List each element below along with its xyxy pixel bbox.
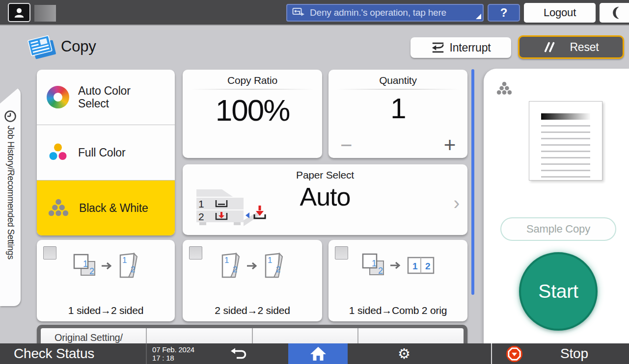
home-button[interactable]: [288, 343, 348, 364]
settings-button[interactable]: ⚙: [389, 343, 419, 364]
interrupt-icon: [431, 41, 445, 54]
check-status-button[interactable]: Check Status: [14, 343, 94, 364]
color-mode-black-white[interactable]: Black & White: [37, 181, 175, 235]
paper-select-label: Paper Select: [183, 164, 467, 181]
duplex-option-2sided-2sided[interactable]: 1 2 1 2 2 sided→2 sided: [183, 240, 322, 321]
logout-button[interactable]: Logout: [524, 3, 596, 23]
duplex-option-label: 2 sided→2 sided: [183, 305, 322, 316]
job-preview-panel: Sample Copy Start: [484, 69, 629, 343]
two-sided-page-icon: 1 2: [263, 253, 285, 279]
job-history-tab-label: Job History/Recommended Settings: [5, 126, 16, 260]
svg-text:1: 1: [412, 261, 418, 271]
paper-tray-icon: 1 2: [191, 183, 269, 230]
vertical-scrollbar[interactable]: [471, 69, 474, 295]
home-icon: [310, 346, 327, 362]
svg-text:1: 1: [198, 198, 204, 209]
interrupt-button[interactable]: Interrupt: [410, 37, 511, 58]
deny-admin-banner[interactable]: Deny admin.'s operation, tap here: [286, 4, 484, 22]
svg-text:1: 1: [372, 259, 377, 268]
quantity-minus-button[interactable]: −: [340, 133, 352, 157]
one-sided-pages-icon: 2 1: [73, 253, 96, 279]
tab-corner-cut: [0, 87, 20, 104]
auto-color-label: Auto Color Select: [78, 84, 152, 110]
full-color-label: Full Color: [78, 146, 125, 159]
duplex-icon-group: 2 1 1 2: [37, 253, 175, 279]
two-sided-page-icon: 1 2: [220, 253, 242, 279]
color-mode-auto[interactable]: Auto Color Select: [37, 70, 175, 125]
duplex-option-label: 1 sided→Comb 2 orig: [328, 305, 467, 316]
stop-icon: [506, 345, 523, 363]
duplex-option-1sided-2sided[interactable]: 2 1 1 2 1 sided→2 sided: [37, 240, 175, 321]
quantity-value: 1: [328, 92, 467, 125]
black-white-label: Black & White: [79, 202, 148, 214]
two-sided-page-icon: 1 2: [118, 253, 139, 279]
auto-color-icon: [42, 81, 74, 113]
arrow-right-icon: [389, 260, 402, 270]
help-label: ?: [500, 6, 507, 20]
deny-banner-label: Deny admin.'s operation, tap here: [310, 7, 446, 18]
time-label: 17 : 18: [152, 354, 194, 362]
arrow-right-icon: [101, 261, 113, 271]
copy-app-icon: [26, 33, 56, 60]
copy-ratio-label: Copy Ratio: [183, 70, 322, 86]
svg-text:1: 1: [224, 256, 229, 265]
divider: [491, 343, 492, 364]
remote-operation-icon: [292, 7, 305, 18]
svg-text:2: 2: [233, 265, 237, 274]
sample-copy-button[interactable]: Sample Copy: [500, 217, 616, 241]
back-arrow-icon: [230, 347, 248, 361]
reset-label: Reset: [570, 41, 599, 54]
page-title: Copy: [61, 38, 96, 55]
gear-icon: ⚙: [398, 345, 410, 362]
black-white-icon: [47, 198, 70, 218]
quantity-card[interactable]: Quantity 1 − +: [328, 70, 467, 158]
top-bar: Deny admin.'s operation, tap here ? Logo…: [0, 0, 629, 26]
help-button[interactable]: ?: [488, 4, 520, 22]
color-mode-full-color[interactable]: Full Color: [37, 125, 175, 181]
moon-icon: [610, 5, 625, 20]
combine-two-pages-icon: 1 2: [407, 255, 435, 276]
reset-button[interactable]: Reset: [518, 35, 624, 59]
arrow-right-icon: [246, 261, 259, 271]
energy-saver-button[interactable]: [600, 3, 629, 23]
datetime-display: 07 Feb. 2024 17 : 18: [152, 345, 194, 363]
svg-text:1: 1: [268, 256, 272, 265]
svg-text:2: 2: [89, 266, 94, 276]
quantity-plus-button[interactable]: +: [444, 133, 456, 157]
svg-text:2: 2: [131, 265, 135, 274]
start-label: Start: [538, 281, 578, 302]
one-sided-pages-icon: 2 1: [361, 253, 385, 278]
paper-select-card[interactable]: Paper Select Auto › 1 2: [183, 164, 467, 235]
svg-text:1: 1: [83, 259, 88, 269]
date-label: 07 Feb. 2024: [152, 345, 194, 354]
logout-label: Logout: [544, 6, 576, 19]
sample-copy-label: Sample Copy: [526, 223, 590, 235]
back-button[interactable]: [230, 347, 249, 362]
svg-text:2: 2: [198, 211, 204, 222]
full-color-icon: [47, 143, 69, 162]
divider: [191, 89, 314, 90]
duplex-icon-group: 2 1 1 2: [328, 253, 467, 278]
reset-slashes-icon: [543, 41, 557, 53]
svg-text:2: 2: [378, 266, 383, 276]
chevron-right-icon: ›: [454, 193, 460, 214]
person-icon: [13, 6, 26, 19]
duplex-option-label: 1 sided→2 sided: [37, 305, 175, 316]
copy-ratio-card[interactable]: Copy Ratio 100%: [183, 70, 322, 158]
document-preview: [529, 101, 602, 181]
svg-text:2: 2: [276, 265, 280, 274]
duplex-option-1sided-combine[interactable]: 2 1 1 2 1 sided→Comb 2 orig: [328, 240, 467, 321]
clock-icon: [4, 110, 17, 123]
banner-fold-corner: [476, 14, 481, 19]
stop-label: Stop: [560, 343, 588, 364]
black-white-mode-indicator-icon: [495, 81, 513, 96]
interrupt-label: Interrupt: [450, 41, 491, 54]
svg-text:1: 1: [122, 256, 127, 265]
duplex-icon-group: 1 2 1 2: [183, 253, 322, 279]
start-button[interactable]: Start: [519, 252, 598, 331]
stop-section[interactable]: Stop: [502, 343, 629, 364]
divider: [336, 89, 460, 90]
job-history-tab[interactable]: Job History/Recommended Settings: [0, 87, 21, 306]
svg-text:2: 2: [425, 261, 430, 271]
user-login-button[interactable]: [8, 3, 30, 22]
